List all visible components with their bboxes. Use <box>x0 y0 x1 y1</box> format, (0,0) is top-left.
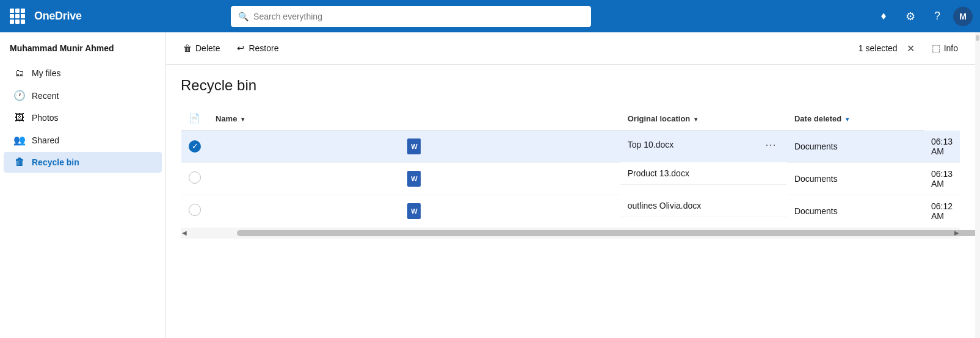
sidebar-item-label: My files <box>32 68 60 78</box>
restore-icon: ↩ <box>237 43 245 54</box>
file-type-icon: W <box>208 131 620 163</box>
photos-icon: 🖼 <box>13 112 26 123</box>
search-icon: 🔍 <box>238 12 249 21</box>
sidebar-item-my-files[interactable]: 🗂 My files <box>4 63 162 84</box>
content-area: 🗑 Delete ↩ Restore 1 selected ✕ ⬚ Info R… <box>166 32 975 338</box>
more-options-icon[interactable]: ⋯ <box>761 137 780 153</box>
file-location: Documents <box>787 131 924 163</box>
file-area: Recycle bin 📄 Name ▾ Original location <box>166 65 975 338</box>
file-date-deleted: 06:13 AM <box>924 162 960 195</box>
my-files-icon: 🗂 <box>13 68 26 79</box>
table-header-row: 📄 Name ▾ Original location ▾ Date delete… <box>181 107 960 131</box>
recent-icon: 🕐 <box>13 90 26 101</box>
waffle-icon <box>10 9 25 24</box>
sidebar-username: Muhammad Munir Ahmed <box>0 40 165 62</box>
row-checkbox[interactable] <box>181 195 209 227</box>
sidebar-item-recycle-bin[interactable]: 🗑 Recycle bin <box>4 152 162 173</box>
file-location: Documents <box>787 195 924 227</box>
file-type-icon: W <box>208 162 620 195</box>
table-row[interactable]: ✓WTop 10.docx⋯Documents06:13 AM <box>181 131 960 163</box>
file-name-text: Top 10.docx <box>628 140 674 149</box>
sidebar-item-shared[interactable]: 👥 Shared <box>4 129 162 151</box>
search-input[interactable] <box>253 12 584 21</box>
waffle-button[interactable] <box>7 7 27 26</box>
name-sort-icon: ▾ <box>241 116 244 123</box>
sidebar-item-photos[interactable]: 🖼 Photos <box>4 107 162 128</box>
diamond-icon-button[interactable]: ♦ <box>873 5 895 27</box>
unchecked-icon <box>189 171 201 184</box>
search-box: 🔍 <box>231 6 591 27</box>
sidebar: Muhammad Munir Ahmed 🗂 My files 🕐 Recent… <box>0 32 166 338</box>
sidebar-item-label: Recycle bin <box>32 157 79 167</box>
header-actions: ♦ ⚙ ? M <box>873 5 973 27</box>
main-layout: Muhammad Munir Ahmed 🗂 My files 🕐 Recent… <box>0 32 980 338</box>
file-name[interactable]: outlines Olivia.docx <box>620 195 787 217</box>
app-logo: OneDrive <box>34 10 82 23</box>
row-checkbox[interactable]: ✓ <box>181 131 209 163</box>
file-name[interactable]: Product 13.docx <box>620 162 787 185</box>
file-name-text: outlines Olivia.docx <box>628 201 702 210</box>
clear-selection-button[interactable]: ✕ <box>902 40 920 57</box>
vertical-scrollbar[interactable] <box>976 35 979 41</box>
th-checkbox: 📄 <box>181 107 209 131</box>
app-header: OneDrive 🔍 ♦ ⚙ ? M <box>0 0 980 32</box>
th-date[interactable]: Date deleted ▾ <box>787 107 924 131</box>
file-table: 📄 Name ▾ Original location ▾ Date delete… <box>181 106 960 228</box>
page-title: Recycle bin <box>181 77 960 94</box>
file-name-text: Product 13.docx <box>628 168 689 178</box>
toolbar-right: 1 selected ✕ ⬚ Info <box>858 39 965 57</box>
th-name[interactable]: Name ▾ <box>208 107 620 131</box>
location-sort-icon: ▾ <box>694 116 697 123</box>
settings-button[interactable]: ⚙ <box>899 5 921 27</box>
recycle-bin-icon: 🗑 <box>13 157 26 168</box>
word-doc-icon: W <box>407 203 421 219</box>
diamond-icon: ♦ <box>880 10 886 23</box>
file-type-icon: W <box>208 195 620 227</box>
file-date-deleted: 06:13 AM <box>924 131 960 163</box>
sidebar-item-label: Photos <box>32 113 59 123</box>
row-checkbox[interactable] <box>181 162 209 195</box>
help-icon: ? <box>934 10 940 23</box>
table-row[interactable]: WProduct 13.docxDocuments06:13 AM <box>181 162 960 195</box>
avatar[interactable]: M <box>953 7 973 26</box>
sidebar-item-label: Shared <box>32 135 59 145</box>
table-row[interactable]: Woutlines Olivia.docxDocuments06:12 AM <box>181 195 960 227</box>
shared-icon: 👥 <box>13 134 26 146</box>
sidebar-item-recent[interactable]: 🕐 Recent <box>4 85 162 106</box>
th-location[interactable]: Original location ▾ <box>620 107 787 131</box>
close-icon: ✕ <box>907 43 915 54</box>
file-name[interactable]: Top 10.docx⋯ <box>620 131 787 159</box>
file-date-deleted: 06:12 AM <box>924 195 960 227</box>
trash-icon: 🗑 <box>183 43 192 53</box>
unchecked-icon <box>189 204 201 216</box>
info-panel-icon: ⬚ <box>932 43 940 54</box>
settings-icon: ⚙ <box>906 10 915 23</box>
info-button[interactable]: ⬚ Info <box>924 39 965 57</box>
checked-icon: ✓ <box>189 140 201 153</box>
date-sort-icon: ▾ <box>846 116 849 123</box>
restore-button[interactable]: ↩ Restore <box>230 39 286 57</box>
file-location: Documents <box>787 162 924 195</box>
selected-count: 1 selected <box>858 43 898 53</box>
delete-button[interactable]: 🗑 Delete <box>176 40 227 57</box>
toolbar: 🗑 Delete ↩ Restore 1 selected ✕ ⬚ Info <box>166 32 975 65</box>
word-doc-icon: W <box>407 138 421 154</box>
help-button[interactable]: ? <box>926 5 948 27</box>
file-type-header-icon: 📄 <box>189 113 200 123</box>
sidebar-item-label: Recent <box>32 91 59 101</box>
word-doc-icon: W <box>407 171 421 187</box>
